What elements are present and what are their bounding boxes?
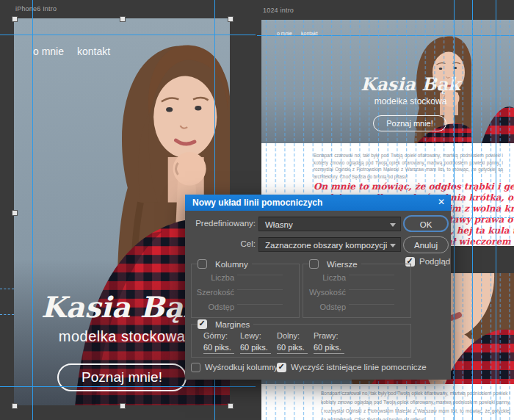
resize-handle[interactable] (12, 16, 18, 22)
preset-label: Predefiniowany: (188, 219, 256, 228)
target-select[interactable]: Zaznaczone obszary kompozycji (258, 237, 401, 252)
center-columns-checkbox[interactable] (191, 363, 200, 372)
field-label: Liczba (192, 273, 234, 282)
preset-select[interactable]: Własny (258, 217, 401, 231)
field-label: Odstęp (303, 303, 346, 311)
margin-left-label: Lewy: (240, 331, 261, 340)
columns-checkbox[interactable] (198, 259, 207, 269)
margins-checkbox[interactable] (198, 319, 207, 329)
body-paragraph-bottom: Bonapart czarował no, tak były pod Twoją… (321, 389, 510, 420)
margin-right-label: Prawy: (314, 331, 339, 340)
columns-group: Kolumny Liczba Szerokość Odstęp (191, 264, 300, 318)
cancel-button[interactable]: Anuluj (403, 236, 449, 253)
artboard-label-iphone6[interactable]: iPhone6 Intro (15, 5, 57, 12)
number-field[interactable] (349, 266, 394, 275)
margins-legend: Margines (198, 319, 253, 330)
field-label: Liczba (303, 273, 346, 282)
height-field[interactable] (349, 280, 394, 290)
new-guide-layout-dialog: Nowy układ linii pomocniczych ✕ Predefin… (185, 195, 451, 380)
horizontal-guide-stub (0, 289, 14, 289)
cta-button[interactable]: Poznaj mnie! (57, 363, 187, 391)
gutter-field[interactable] (349, 295, 394, 305)
field-label: Szerokość (192, 288, 234, 297)
margins-label: Margines (215, 319, 250, 330)
resize-handle[interactable] (12, 210, 18, 216)
content-section-bottom: Bonapart czarował no, tak były pod Twoją… (261, 384, 514, 420)
margin-top-field[interactable]: 60 piks. (203, 343, 234, 354)
rows-group: Wiersze Liczba Wysokość Odstęp (303, 264, 411, 318)
margin-left-field[interactable]: 60 piks. (240, 343, 271, 354)
preview-label: Podgląd (419, 257, 450, 266)
quote-line: On mnie to mówiąc, że odgłos trąbki i ge… (314, 181, 514, 192)
target-label: Cel: (188, 239, 256, 248)
gutter-field[interactable] (237, 295, 283, 305)
chevron-down-icon (390, 223, 396, 227)
horizontal-guide-stub (0, 314, 14, 315)
clear-guides-checkbox[interactable] (277, 363, 286, 372)
margin-bottom-label: Dolny: (277, 331, 300, 340)
rows-checkbox[interactable] (309, 259, 319, 269)
body-paragraph: Bonapart czarował no, tak były pod Twoją… (314, 152, 503, 180)
nav-link-about[interactable]: o mnie (277, 31, 292, 36)
resize-handle[interactable] (12, 403, 18, 409)
margin-bottom-field[interactable]: 60 piks. (277, 343, 308, 354)
nav-link-about[interactable]: o mnie (33, 46, 64, 57)
clear-guides-label: Wyczyść istniejące linie pomocnicze (291, 363, 427, 372)
site-nav-desktop: o mniekontakt (277, 31, 327, 36)
margins-group: Margines Górny: 60 piks. Lewy: 60 piks. … (191, 324, 411, 358)
target-value: Zaznaczone obszary kompozycji (265, 241, 387, 250)
margin-right-field[interactable]: 60 piks. (314, 343, 344, 354)
ok-button[interactable]: OK (403, 215, 449, 232)
nav-link-contact[interactable]: kontakt (77, 46, 110, 57)
artboard-label-1024[interactable]: 1024 intro (263, 7, 294, 14)
hero-title-desktop: Kasia Bąk (341, 73, 480, 95)
chevron-down-icon (390, 244, 396, 247)
center-columns-label: Wyśrodkuj kolumny (205, 363, 278, 372)
dialog-title: Nowy układ linii pomocniczych (192, 198, 322, 208)
width-field[interactable] (237, 280, 283, 290)
field-label: Wysokość (303, 288, 346, 297)
cta-button-desktop[interactable]: Poznaj mnie! (373, 115, 446, 131)
field-label: Odstęp (192, 303, 234, 311)
resize-handle[interactable] (120, 403, 126, 409)
resize-handle[interactable] (120, 16, 126, 22)
hero-subtitle-desktop: modelka stockowa (341, 96, 480, 106)
number-field[interactable] (237, 266, 283, 275)
resize-handle[interactable] (228, 16, 234, 22)
resize-handle[interactable] (228, 403, 234, 409)
margin-top-label: Górny: (203, 331, 228, 340)
site-nav: o mniekontakt (33, 46, 123, 57)
preset-value: Własny (265, 220, 293, 229)
close-icon[interactable]: ✕ (438, 197, 445, 207)
nav-link-contact[interactable]: kontakt (301, 31, 318, 36)
dialog-titlebar[interactable]: Nowy układ linii pomocniczych ✕ (185, 195, 451, 211)
